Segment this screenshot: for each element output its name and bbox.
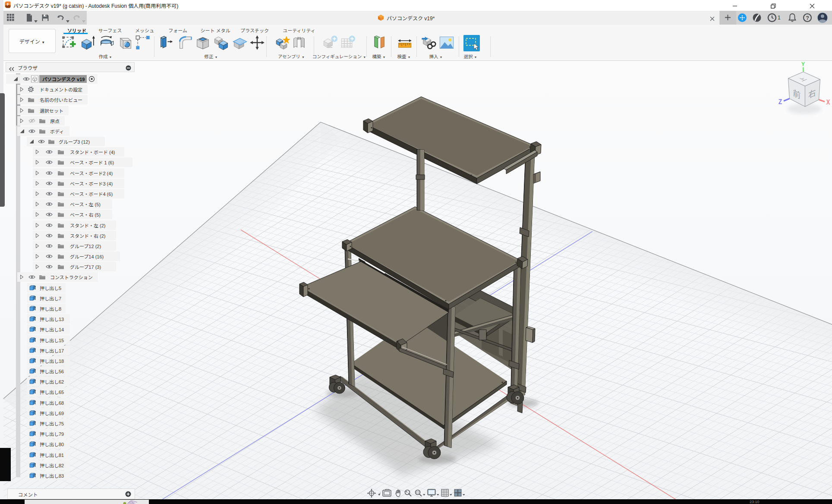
svg-text:X: X <box>826 98 830 106</box>
svg-text:Y: Y <box>801 61 805 68</box>
svg-text:?: ? <box>806 15 809 21</box>
svg-text:Z: Z <box>778 97 782 106</box>
